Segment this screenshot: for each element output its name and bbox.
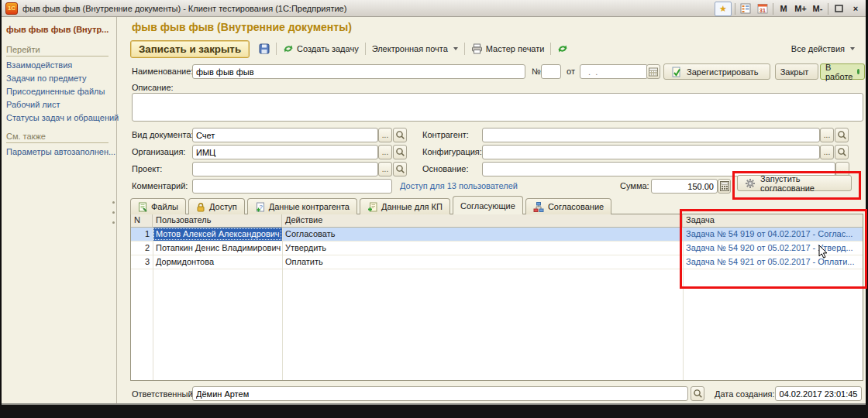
sum-calculator-button[interactable] (718, 179, 731, 194)
action-cell[interactable]: Утвердить (282, 242, 683, 255)
user-cell[interactable]: Потапкин Денис Владимирович (153, 242, 282, 255)
configuration-input[interactable] (482, 145, 820, 159)
user-cell[interactable]: Дормидонтова (153, 255, 282, 269)
table-row[interactable]: 2 Потапкин Денис Владимирович Утвердить … (131, 242, 863, 255)
start-approval-button[interactable]: Запустить согласование (737, 175, 852, 191)
name-input[interactable] (192, 64, 525, 79)
status-in-work-button[interactable]: В работе (820, 63, 865, 80)
comment-input[interactable] (192, 179, 392, 194)
configuration-search-button[interactable] (835, 145, 849, 159)
scale-m-button[interactable]: M (777, 2, 790, 15)
save-and-close-button[interactable]: Записать и закрыть (130, 40, 250, 58)
print-master-button[interactable]: Мастер печати (467, 42, 549, 56)
sidebar-item-worksheet[interactable]: Рабочий лист (6, 100, 60, 109)
column-header-task[interactable]: Задача (683, 214, 863, 227)
tab-counterparty-data[interactable]: ? Данные контрагента (247, 198, 357, 214)
sidebar-item-autofill-params[interactable]: Параметры автозаполнен... (6, 147, 115, 156)
created-date-label: Дата создания: (715, 389, 775, 399)
sidebar-item-attached-files[interactable]: Присоединенные файлы (6, 87, 105, 96)
description-input[interactable] (132, 93, 863, 122)
close-button[interactable]: × (849, 2, 863, 15)
column-header-user[interactable]: Пользователь (153, 214, 282, 227)
taskbar-strip (0, 405, 868, 418)
calendar-button[interactable]: 31 (756, 2, 770, 15)
refresh-button[interactable] (553, 42, 572, 56)
date-input[interactable] (580, 64, 648, 79)
table-row[interactable]: 1 Мотов Алексей Александрович Согласоват… (131, 228, 863, 242)
sidebar-item-task-statuses[interactable]: Статусы задач и обращений (6, 113, 119, 122)
doc-kind-search-button[interactable] (393, 128, 407, 142)
date-picker-button[interactable] (646, 64, 660, 79)
action-cell[interactable]: Согласовать (282, 228, 683, 241)
magnifier-icon (837, 147, 847, 157)
maximize-button[interactable] (832, 2, 846, 15)
counterparty-label: Контрагент: (422, 130, 469, 139)
sidebar-section-see-also: См. также (6, 132, 108, 143)
org-chart-icon (533, 202, 544, 212)
sidebar-section-go: Перейти (6, 45, 108, 57)
magnifier-icon (395, 130, 405, 140)
project-input[interactable] (192, 162, 378, 176)
row-number-cell: 1 (131, 228, 153, 241)
table-header: N Пользователь Действие Задача (131, 214, 863, 228)
tab-access[interactable]: Доступ (188, 198, 245, 214)
column-grid-line (153, 228, 153, 380)
history-list-icon[interactable] (739, 2, 753, 15)
tab-approval[interactable]: Согласование (525, 198, 611, 214)
register-button[interactable]: Зарегистрировать (663, 63, 770, 80)
scale-m-minus-button[interactable]: M- (811, 2, 825, 15)
number-input[interactable] (541, 64, 561, 79)
responsible-input[interactable] (192, 386, 688, 401)
action-cell[interactable]: Оплатить (282, 255, 683, 269)
access-users-link[interactable]: Доступ для 13 пользователей (400, 181, 518, 190)
toolbar-divider (550, 43, 551, 55)
tab-files[interactable]: Файлы (130, 198, 186, 214)
project-ellipsis-button[interactable]: ... (378, 162, 392, 176)
create-task-button[interactable]: Создать задачу (279, 42, 363, 56)
table-row[interactable]: 3 Дормидонтова Оплатить Задача № 54 921 … (131, 255, 863, 269)
tab-kp-data-label: Данные для КП (381, 202, 443, 211)
organization-search-button[interactable] (393, 145, 407, 159)
status-closed-button[interactable]: Закрыт (775, 63, 818, 80)
print-master-label: Мастер печати (486, 44, 545, 53)
name-label: Наименование: (132, 67, 193, 76)
project-label: Проект: (132, 164, 162, 173)
responsible-label: Ответственный: (132, 389, 195, 399)
sidebar-item-interactions[interactable]: Взаимодействия (6, 60, 72, 70)
responsible-search-button[interactable] (691, 386, 704, 401)
counterparty-search-button[interactable] (835, 128, 849, 142)
project-search-button[interactable] (393, 162, 407, 176)
counterparty-ellipsis-button[interactable]: ... (820, 128, 834, 142)
task-link[interactable]: Задача № 54 921 от 05.02.2017 - Оплати..… (683, 255, 863, 269)
all-actions-button[interactable]: Все действия (787, 43, 859, 55)
save-button[interactable] (255, 42, 274, 56)
task-link[interactable]: Задача № 54 920 от 05.02.2017 - Утверд..… (683, 242, 863, 255)
configuration-ellipsis-button[interactable]: ... (820, 145, 834, 159)
doc-kind-ellipsis-button[interactable]: ... (378, 128, 392, 142)
all-actions-label: Все действия (791, 44, 845, 53)
favorites-star-icon[interactable]: ★ (715, 2, 732, 16)
tab-bar: Файлы Доступ ? Данные контрагента Данные… (130, 196, 614, 214)
sidebar-item-subject-tasks[interactable]: Задачи по предмету (6, 74, 86, 83)
column-grid-line (683, 228, 684, 380)
email-button[interactable]: Электронная почта (368, 43, 462, 55)
task-link[interactable]: Задача № 54 919 от 04.02.2017 - Соглас..… (683, 228, 863, 241)
doc-kind-label: Вид документа: (132, 130, 194, 139)
svg-text:?: ? (259, 203, 263, 210)
tab-kp-data[interactable]: Данные для КП (360, 198, 450, 214)
sum-input[interactable] (651, 179, 718, 194)
number-label: № (532, 67, 541, 76)
counterparty-input[interactable] (482, 128, 820, 142)
user-cell[interactable]: Мотов Алексей Александрович (153, 228, 282, 241)
calendar-31-icon: 31 (757, 3, 768, 14)
organization-input[interactable] (192, 145, 378, 159)
scale-m-plus-button[interactable]: M+ (794, 2, 808, 15)
doc-kind-input[interactable] (192, 128, 378, 142)
organization-ellipsis-button[interactable]: ... (378, 145, 392, 159)
column-header-action[interactable]: Действие (282, 214, 683, 227)
splitter-grip[interactable] (112, 201, 115, 224)
save-icon (259, 43, 270, 54)
sidebar-splitter[interactable] (116, 17, 117, 403)
tab-approvers[interactable]: Согласующие (453, 196, 523, 214)
column-header-n[interactable]: N (131, 214, 153, 227)
